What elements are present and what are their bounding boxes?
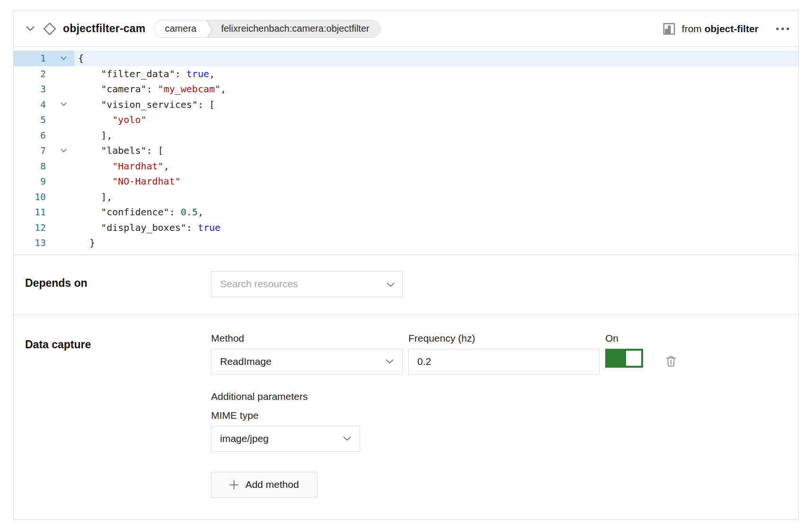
fold-spacer [46, 112, 74, 128]
code-line-8[interactable]: 8 "Hardhat", [14, 159, 798, 174]
fold-chevron-icon[interactable] [46, 97, 74, 113]
editor-gutter: 10 [14, 189, 74, 205]
line-number: 7 [14, 143, 46, 159]
editor-gutter: 6 [14, 128, 74, 143]
code-line-13[interactable]: 13 } [14, 235, 798, 251]
fold-chevron-icon[interactable] [46, 51, 74, 66]
depends-on-heading: Depends on [25, 271, 211, 314]
collapse-chevron-icon[interactable] [24, 23, 36, 35]
data-capture-heading: Data capture [25, 333, 211, 520]
frequency-label: Frequency (hz) [408, 333, 600, 344]
editor-gutter: 7 [14, 143, 74, 159]
code-text: ], [74, 128, 798, 143]
fold-spacer [46, 128, 74, 143]
data-capture-section: Data capture Method ReadImage Frequency … [14, 315, 798, 520]
line-number: 12 [14, 220, 46, 236]
component-card: objectfilter-cam camera felixreichenbach… [13, 10, 799, 520]
line-number: 13 [14, 235, 46, 251]
editor-gutter: 13 [14, 235, 74, 251]
editor-gutter: 12 [14, 220, 74, 236]
from-module-label: from object-filter [682, 23, 759, 35]
code-text: "vision_services": [ [74, 97, 798, 113]
method-label: Method [211, 333, 403, 344]
component-type-model-badge: camera felixreichenbach:camera:objectfil… [154, 20, 380, 38]
fold-spacer [46, 235, 74, 251]
component-title: objectfilter-cam [63, 22, 145, 35]
line-number: 5 [14, 112, 46, 128]
code-line-2[interactable]: 2 "filter_data": true, [14, 66, 798, 82]
capture-on-toggle[interactable] [605, 349, 643, 368]
mime-type-value: image/jpeg [220, 433, 269, 444]
method-value: ReadImage [220, 356, 272, 367]
add-method-label: Add method [245, 479, 299, 490]
code-line-5[interactable]: 5 "yolo" [14, 112, 798, 128]
header-right: from object-filter [662, 22, 791, 36]
code-text: "display_boxes": true [74, 220, 798, 236]
line-number: 10 [14, 189, 46, 205]
plus-icon [229, 480, 238, 489]
add-method-button[interactable]: Add method [211, 472, 318, 498]
depends-on-section: Depends on [14, 255, 798, 315]
code-line-3[interactable]: 3 "camera": "my_webcam", [14, 81, 798, 97]
editor-gutter: 11 [14, 204, 74, 220]
delete-method-button[interactable] [664, 354, 678, 368]
module-name: object-filter [705, 23, 759, 34]
code-text: "camera": "my_webcam", [74, 81, 798, 97]
editor-gutter: 8 [14, 159, 74, 174]
code-text: "filter_data": true, [74, 66, 798, 82]
mime-type-label: MIME type [211, 410, 678, 421]
additional-parameters-label: Additional parameters [211, 391, 678, 402]
line-number: 9 [14, 174, 46, 189]
code-line-6[interactable]: 6 ], [14, 128, 798, 143]
fold-spacer [46, 174, 74, 189]
editor-gutter: 5 [14, 112, 74, 128]
code-text: "labels": [ [74, 143, 798, 159]
mime-type-select[interactable]: image/jpeg [211, 426, 360, 452]
toggle-knob [626, 351, 641, 366]
code-line-11[interactable]: 11 "confidence": 0.5, [14, 204, 798, 220]
module-icon [662, 22, 676, 35]
ellipsis-menu-button[interactable] [775, 22, 791, 36]
json-config-editor[interactable]: 1{2 "filter_data": true,3 "camera": "my_… [14, 47, 798, 255]
chevron-down-icon [386, 359, 394, 364]
fold-chevron-icon[interactable] [46, 143, 74, 159]
line-number: 8 [14, 159, 46, 174]
chevron-down-icon [343, 436, 351, 441]
component-diamond-icon [42, 21, 57, 36]
fold-spacer [46, 220, 74, 236]
code-text: "yolo" [74, 112, 798, 128]
component-header: objectfilter-cam camera felixreichenbach… [14, 11, 798, 47]
depends-search-combobox[interactable] [211, 271, 403, 297]
line-number: 11 [14, 204, 46, 220]
frequency-field [408, 349, 600, 375]
frequency-input[interactable] [417, 356, 591, 367]
on-label: On [605, 333, 643, 344]
line-number: 2 [14, 66, 46, 82]
code-text: "NO-Hardhat" [74, 174, 798, 189]
line-number: 1 [14, 51, 46, 66]
code-line-7[interactable]: 7 "labels": [ [14, 143, 798, 159]
code-line-4[interactable]: 4 "vision_services": [ [14, 97, 798, 113]
method-select[interactable]: ReadImage [211, 349, 403, 375]
depends-search-input[interactable] [220, 278, 394, 290]
code-line-1[interactable]: 1{ [14, 51, 798, 66]
code-text: { [74, 51, 798, 66]
fold-spacer [46, 204, 74, 220]
code-line-12[interactable]: 12 "display_boxes": true [14, 220, 798, 236]
fold-spacer [46, 81, 74, 97]
editor-gutter: 3 [14, 81, 74, 97]
code-line-10[interactable]: 10 ], [14, 189, 798, 205]
fold-spacer [46, 66, 74, 82]
code-text: "confidence": 0.5, [74, 204, 798, 220]
editor-gutter: 2 [14, 66, 74, 82]
fold-spacer [46, 159, 74, 174]
trash-icon [664, 354, 678, 368]
code-line-9[interactable]: 9 "NO-Hardhat" [14, 174, 798, 189]
data-capture-form: Method ReadImage Frequency (hz) On [211, 333, 678, 520]
editor-gutter: 9 [14, 174, 74, 189]
line-number: 4 [14, 97, 46, 113]
badge-separator-chevron-icon [204, 20, 215, 38]
type-badge: camera [154, 20, 204, 37]
code-text: ], [74, 189, 798, 205]
code-text: "Hardhat", [74, 159, 798, 174]
